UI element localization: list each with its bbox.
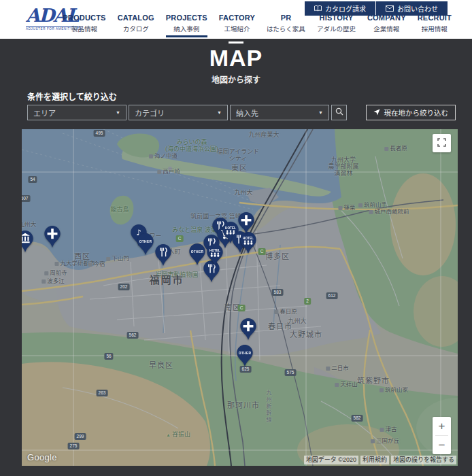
nav-item-en-label: HISTORY bbox=[317, 14, 356, 22]
nav-item-history[interactable]: HISTORYアダルの歴史 bbox=[317, 14, 356, 37]
mail-icon bbox=[386, 5, 394, 12]
nav-item-pr[interactable]: PRはたらく家具 bbox=[267, 14, 305, 37]
nav-item-products[interactable]: PRODUCTS製品情報 bbox=[63, 14, 105, 37]
page-subtitle: 地図から探す bbox=[0, 73, 472, 85]
nav-item-en-label: PRODUCTS bbox=[63, 14, 105, 22]
nav-item-en-label: COMPANY bbox=[367, 14, 406, 22]
map-pin-other[interactable]: OTHER bbox=[236, 344, 254, 367]
book-icon bbox=[314, 5, 322, 12]
nav-item-jp-label: アダルの歴史 bbox=[317, 24, 356, 33]
zoom-in-button[interactable]: + bbox=[433, 417, 451, 435]
svg-text:HOTEL: HOTEL bbox=[209, 249, 220, 252]
nav-item-en-label: PROJECTS bbox=[166, 14, 207, 22]
google-logo[interactable]: Google bbox=[27, 452, 57, 462]
chevron-down-icon: ▼ bbox=[318, 110, 323, 115]
zoom-out-button[interactable]: − bbox=[433, 436, 451, 454]
filter-select-value: エリア bbox=[33, 107, 56, 118]
chevron-down-icon: ▼ bbox=[116, 110, 120, 115]
filter-select-0[interactable]: エリア▼ bbox=[27, 105, 127, 120]
zoom-control: + − bbox=[433, 417, 451, 454]
map-terrain bbox=[22, 129, 458, 466]
page-title: MAP bbox=[0, 45, 472, 71]
fullscreen-button[interactable] bbox=[433, 134, 451, 152]
nav-item-jp-label: はたらく家具 bbox=[267, 24, 305, 33]
map-pin-other[interactable]: OTHER bbox=[137, 233, 154, 256]
chevron-down-icon: ▼ bbox=[217, 110, 222, 115]
nav-item-company[interactable]: COMPANY企業情報 bbox=[367, 14, 406, 37]
terms-link[interactable]: 利用規約 bbox=[360, 456, 389, 464]
nav-item-factory[interactable]: FACTORY工場紹介 bbox=[219, 14, 255, 37]
map-data-copyright: 地図データ ©2020 bbox=[304, 456, 358, 464]
map-pin-restaurant[interactable] bbox=[154, 243, 172, 267]
svg-text:HOTEL: HOTEL bbox=[243, 237, 254, 240]
location-arrow-icon bbox=[373, 109, 380, 117]
filter-row: エリア▼カテゴリ▼納入先▼ bbox=[27, 105, 347, 120]
svg-text:HOTEL: HOTEL bbox=[225, 226, 236, 230]
other-label-icon: OTHER bbox=[191, 250, 204, 254]
filter-select-1[interactable]: カテゴリ▼ bbox=[129, 105, 228, 120]
nav-item-jp-label: 企業情報 bbox=[367, 24, 406, 33]
nav-item-recruit[interactable]: RECRUIT採用情報 bbox=[418, 14, 452, 37]
map-pin-medical[interactable] bbox=[239, 318, 257, 341]
title-accent-bar bbox=[229, 41, 243, 44]
filter-select-2[interactable]: 納入先▼ bbox=[230, 105, 329, 120]
nav-item-en-label: CATALOG bbox=[118, 14, 154, 22]
contact-label: お問い合わせ bbox=[397, 3, 438, 14]
map-pin-medical[interactable] bbox=[44, 225, 61, 248]
filter-select-value: カテゴリ bbox=[135, 107, 165, 118]
filter-select-value: 納入先 bbox=[236, 107, 258, 118]
map-attribution: 地図データ ©2020 利用規約 地図の誤りを報告する bbox=[304, 456, 456, 464]
nav-item-catalog[interactable]: CATALOGカタログ bbox=[118, 14, 154, 37]
other-label-icon: OTHER bbox=[139, 240, 152, 243]
filter-section-label: 条件を選択して絞り込む bbox=[27, 90, 117, 102]
nav-item-jp-label: カタログ bbox=[118, 24, 154, 33]
main-nav: PRODUCTS製品情報CATALOGカタログPROJECTS納入事例FACTO… bbox=[63, 14, 452, 37]
report-map-error-link[interactable]: 地図の誤りを報告する bbox=[391, 456, 456, 464]
search-icon bbox=[335, 107, 343, 118]
nav-item-jp-label: 採用情報 bbox=[418, 24, 452, 33]
nav-item-jp-label: 製品情報 bbox=[63, 24, 105, 33]
nav-item-jp-label: 納入事例 bbox=[166, 24, 207, 33]
geolocate-label: 現在地から絞り込む bbox=[384, 107, 449, 118]
nav-item-projects[interactable]: PROJECTS納入事例 bbox=[166, 14, 207, 37]
nav-item-en-label: FACTORY bbox=[219, 14, 255, 22]
search-button[interactable] bbox=[331, 105, 347, 120]
site-header: ADAL ADJUSTER FOR AMENITY LIFE カタログ請求 お問… bbox=[0, 0, 472, 39]
map-pin-hotel[interactable]: HOTEL bbox=[239, 231, 257, 254]
nav-item-en-label: RECRUIT bbox=[418, 14, 452, 22]
map-canvas[interactable]: みらいの森 (海の中道海浜公園)海ノ中道西戸崎福岡アイランド シティ九州産業大東… bbox=[22, 129, 458, 466]
geolocate-button[interactable]: 現在地から絞り込む bbox=[366, 105, 456, 120]
catalog-request-label: カタログ請求 bbox=[325, 3, 366, 14]
nav-item-jp-label: 工場紹介 bbox=[219, 24, 255, 33]
other-label-icon: OTHER bbox=[239, 352, 252, 355]
nav-item-en-label: PR bbox=[267, 14, 305, 22]
map-pin-medical[interactable] bbox=[237, 211, 255, 235]
map-pin-building[interactable] bbox=[22, 230, 34, 253]
fullscreen-icon bbox=[437, 137, 446, 150]
